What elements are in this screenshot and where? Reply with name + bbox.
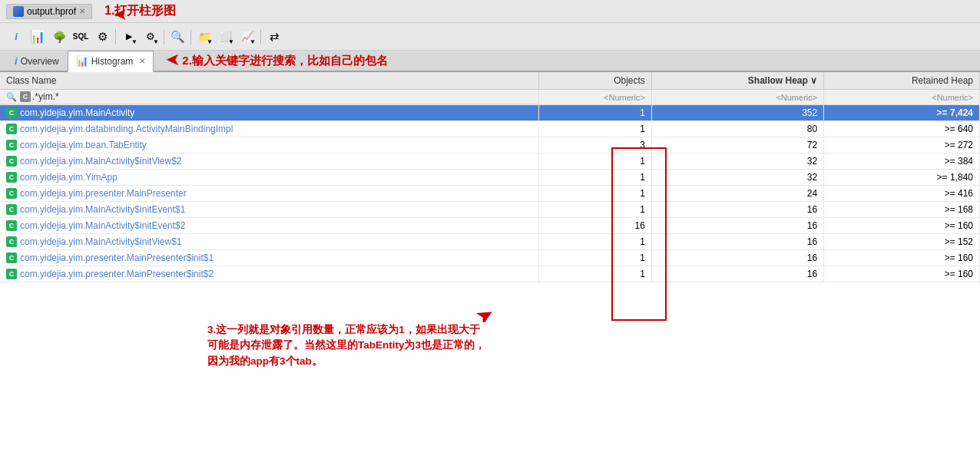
table-row[interactable]: C com.yidejia.yim.bean.TabEntity 372>= 2… [0, 137, 980, 153]
table-row[interactable]: C com.yidejia.yim.presenter.MainPresente… [0, 250, 980, 266]
cell-classname: C com.yidejia.yim.YimApp [0, 170, 539, 186]
class-icon: C [6, 124, 17, 134]
cell-classname: C com.yidejia.yim.MainActivity$initView$… [0, 234, 539, 250]
cell-retainedheap: >= 1,840 [824, 170, 980, 186]
class-icon: C [6, 156, 17, 167]
arrow-1: ➤ [114, 5, 127, 25]
table-row[interactable]: C com.yidejia.yim.databinding.ActivityMa… [0, 121, 980, 137]
class-name: com.yidejia.yim.YimApp [20, 172, 118, 183]
class-name: com.yidejia.yim.MainActivity$initView$2 [20, 156, 182, 167]
class-name: com.yidejia.yim.presenter.MainPresenter$… [20, 269, 214, 279]
cell-objects: 1 [539, 121, 652, 137]
class-name: com.yidejia.yim.MainActivity [20, 107, 134, 118]
class-icon: C [6, 140, 17, 150]
cell-shallowheap: 16 [651, 234, 823, 250]
class-icon: C [6, 172, 17, 183]
settings-button[interactable]: ⚙ [92, 27, 112, 47]
col-header-objects[interactable]: Objects [539, 72, 652, 90]
db-icon [13, 6, 24, 17]
col-header-retainedheap[interactable]: Retained Heap [824, 72, 980, 90]
separator-2 [164, 29, 164, 45]
navigate-button[interactable]: ⇄ [264, 27, 284, 47]
class-icon: C [6, 269, 17, 279]
info-button[interactable]: i [6, 27, 26, 47]
table-header-row: Class Name Objects Shallow Heap ∨ Retain… [0, 72, 980, 90]
cell-retainedheap: >= 384 [824, 153, 980, 170]
config-button[interactable]: ⚙ ▼ [141, 27, 161, 47]
tree-button[interactable]: 🌳 [49, 27, 69, 47]
table-row[interactable]: C com.yidejia.yim.MainActivity$initView$… [0, 234, 980, 250]
cell-shallowheap: 16 [651, 218, 823, 234]
tab-histogram[interactable]: 📊 Histogram ✕ [68, 51, 154, 72]
histogram-button[interactable]: 📊 [28, 27, 48, 47]
toolbar: i 📊 🌳 SQL ⚙ ▶ ▼ ⚙ ▼ 🔍 📁 ▼ ⬜ ▼ 📈 ▼ ⇄ [0, 23, 980, 51]
cell-objects: 1 [539, 105, 652, 121]
col-header-classname: Class Name [0, 72, 539, 90]
cell-objects: 1 [539, 186, 652, 202]
subheader-retainedheap: <Numeric> [824, 90, 980, 105]
cell-objects: 1 [539, 250, 652, 266]
tab-overview-label: Overview [21, 56, 59, 67]
cell-objects: 1 [539, 266, 652, 282]
file-tab-label: output.hprof [27, 6, 76, 17]
separator-1 [115, 29, 116, 45]
sql-button[interactable]: SQL [71, 27, 91, 47]
subheader-shallowheap: <Numeric> [651, 90, 823, 105]
cell-objects: 1 [539, 234, 652, 250]
cell-retainedheap: >= 416 [824, 186, 980, 202]
cell-retainedheap: >= 640 [824, 121, 980, 137]
subheader-row: 🔍 C .*yim.* <Numeric> <Numeric> <Numeric… [0, 90, 980, 105]
cell-shallowheap: 352 [651, 105, 823, 121]
col-header-shallowheap[interactable]: Shallow Heap ∨ [651, 72, 823, 90]
table-row[interactable]: C com.yidejia.yim.MainActivity$initEvent… [0, 218, 980, 234]
arrow-2: ➤ [166, 51, 179, 70]
cell-objects: 16 [539, 218, 652, 234]
overview-icon: i [15, 55, 18, 67]
cell-shallowheap: 32 [651, 170, 823, 186]
subheader-objects: <Numeric> [539, 90, 652, 105]
tab-close-icon[interactable]: ✕ [79, 7, 85, 15]
table-container[interactable]: Class Name Objects Shallow Heap ∨ Retain… [0, 72, 980, 462]
annotation-2: ➤ 2.输入关键字进行搜索，比如自己的包名 [166, 51, 388, 71]
table-row[interactable]: C com.yidejia.yim.MainActivity$initEvent… [0, 202, 980, 218]
class-name: com.yidejia.yim.MainActivity$initEvent$2 [20, 220, 185, 231]
class-name: com.yidejia.yim.presenter.MainPresenter [20, 188, 187, 199]
folder-button[interactable]: 📁 ▼ [194, 27, 214, 47]
filter-class-icon: C [20, 91, 31, 102]
table-row[interactable]: C com.yidejia.yim.YimApp 132>= 1,840 [0, 170, 980, 186]
tab-overview[interactable]: i Overview [6, 51, 68, 71]
window-button[interactable]: ⬜ ▼ [216, 27, 236, 47]
cell-objects: 1 [539, 170, 652, 186]
cell-shallowheap: 24 [651, 186, 823, 202]
table-row[interactable]: C com.yidejia.yim.MainActivity$initView$… [0, 153, 980, 170]
separator-4 [260, 29, 261, 45]
table-row[interactable]: C com.yidejia.yim.MainActivity 1352>= 7,… [0, 105, 980, 121]
title-bar: output.hprof ✕ 1.打开柱形图 ➤ [0, 0, 980, 23]
subheader-classname: 🔍 C .*yim.* [0, 90, 539, 104]
cell-classname: C com.yidejia.yim.MainActivity$initView$… [0, 153, 539, 170]
class-icon: C [6, 236, 17, 247]
tab-histogram-close[interactable]: ✕ [139, 57, 145, 65]
main-content: Class Name Objects Shallow Heap ∨ Retain… [0, 72, 980, 462]
cell-shallowheap: 16 [651, 202, 823, 218]
cell-classname: C com.yidejia.yim.presenter.MainPresente… [0, 250, 539, 266]
cell-objects: 3 [539, 137, 652, 153]
filter-text: .*yim.* [32, 91, 59, 102]
tab-histogram-label: Histogram [91, 56, 134, 67]
class-name: com.yidejia.yim.MainActivity$initEvent$1 [20, 204, 185, 215]
class-icon: C [6, 204, 17, 215]
table-row[interactable]: C com.yidejia.yim.presenter.MainPresente… [0, 266, 980, 282]
table-row[interactable]: C com.yidejia.yim.presenter.MainPresente… [0, 186, 980, 202]
class-icon: C [6, 220, 17, 231]
chart-button[interactable]: 📈 ▼ [237, 27, 257, 47]
run-button[interactable]: ▶ ▼ [119, 27, 139, 47]
cell-classname: C com.yidejia.yim.MainActivity$initEvent… [0, 202, 539, 218]
cell-shallowheap: 16 [651, 266, 823, 282]
filter-value: C .*yim.* [20, 91, 59, 102]
file-tab[interactable]: output.hprof ✕ [6, 4, 92, 19]
cell-classname: C com.yidejia.yim.MainActivity$initEvent… [0, 218, 539, 234]
filter-icon: 🔍 [6, 92, 17, 102]
search-button[interactable]: 🔍 [167, 27, 187, 47]
cell-classname: C com.yidejia.yim.presenter.MainPresente… [0, 266, 539, 282]
cell-classname: C com.yidejia.yim.MainActivity [0, 105, 539, 121]
